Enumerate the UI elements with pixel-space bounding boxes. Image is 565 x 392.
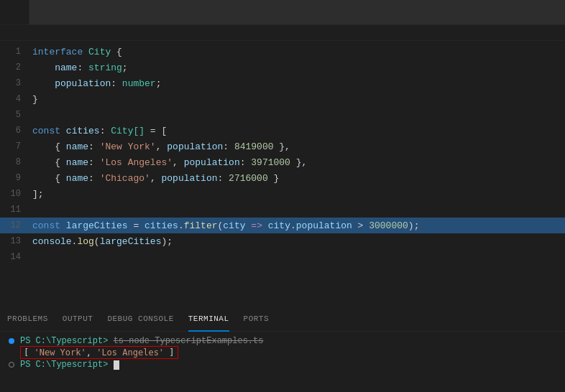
token: City <box>88 47 111 57</box>
token: population <box>167 141 223 152</box>
editor-line: 9 { name: 'Chicago', population: 2716000… <box>0 170 565 186</box>
token: : <box>111 78 122 89</box>
terminal-prompt-line: PS C:\Typescript> <box>20 360 119 370</box>
panel-tab-terminal[interactable]: TERMINAL <box>188 307 229 332</box>
token: filter <box>184 220 218 231</box>
line-number: 3 <box>0 78 32 88</box>
editor-line: 5 <box>0 107 565 123</box>
token <box>32 141 55 152</box>
line-content <box>32 252 565 263</box>
token: > <box>352 220 369 231</box>
token: { <box>55 173 66 184</box>
token: = <box>128 220 144 231</box>
editor-line: 8 { name: 'Los Angeles', population: 397… <box>0 154 565 170</box>
token: ; <box>156 78 162 89</box>
token: population <box>184 157 240 168</box>
line-content: const cities: City[] = [ <box>32 126 565 136</box>
terminal-line: PS C:\Typescript> ts-node TypescriptExam… <box>9 336 556 346</box>
line-number: 1 <box>0 47 32 57</box>
token: } <box>268 173 280 184</box>
token: 'Los Angeles' <box>100 157 173 168</box>
token: largeCities <box>66 220 128 231</box>
token: string <box>88 62 122 73</box>
editor-line: 4} <box>0 91 565 107</box>
line-number: 7 <box>0 141 32 151</box>
token: City[] <box>111 126 144 136</box>
line-number: 11 <box>0 205 32 215</box>
editor-line: 1interface City { <box>0 44 565 60</box>
token: number <box>122 78 156 89</box>
token: population <box>161 173 217 184</box>
terminal-value: 'Los Angeles' <box>96 347 164 358</box>
line-content <box>32 110 565 121</box>
token: cities <box>66 126 100 136</box>
breadcrumb <box>0 25 565 41</box>
token: => <box>251 220 262 231</box>
token <box>32 78 55 89</box>
token: , <box>156 141 167 152</box>
editor-line: 3 population: number; <box>0 75 565 91</box>
line-content: { name: 'Chicago', population: 2716000 } <box>32 173 565 184</box>
token: : <box>100 126 111 136</box>
line-content: interface City { <box>32 47 565 57</box>
terminal-output: [ 'New York', 'Los Angeles' ] <box>20 347 178 358</box>
token: name <box>66 141 88 152</box>
terminal-dot <box>9 338 14 344</box>
panel-tab-ports[interactable]: PORTS <box>244 307 270 332</box>
line-content: ]; <box>32 189 565 200</box>
token: : <box>88 141 100 152</box>
line-number: 4 <box>0 94 32 104</box>
terminal-command: PS C:\Typescript> ts-node TypescriptExam… <box>20 336 263 346</box>
token: , <box>150 173 162 184</box>
token: population <box>55 78 111 89</box>
line-number: 6 <box>0 126 32 136</box>
editor-line: 14 <box>0 249 565 265</box>
token: largeCities <box>100 236 162 247</box>
token: }, <box>274 141 290 152</box>
token: 2716000 <box>229 173 268 184</box>
token: console <box>32 236 72 247</box>
token: name <box>55 62 77 73</box>
token <box>60 126 66 136</box>
editor: 1interface City {2 name: string;3 popula… <box>0 41 565 307</box>
token: cities <box>144 220 178 231</box>
editor-line: 2 name: string; <box>0 60 565 75</box>
line-content: population: number; <box>32 78 565 89</box>
token <box>83 47 88 57</box>
token: ; <box>122 62 128 73</box>
token <box>32 62 55 73</box>
token: population <box>296 220 352 231</box>
terminal[interactable]: PS C:\Typescript> ts-node TypescriptExam… <box>0 332 565 392</box>
token <box>32 173 55 184</box>
token: : <box>88 173 100 184</box>
terminal-value: 'New York' <box>34 347 86 358</box>
panel-tab-output[interactable]: OUTPUT <box>63 307 93 332</box>
panel-tab-problems[interactable]: PROBLEMS <box>7 307 48 332</box>
token <box>262 220 268 231</box>
token: { <box>55 141 66 152</box>
token: ]; <box>32 189 44 200</box>
line-number: 8 <box>0 157 32 167</box>
line-number: 14 <box>0 252 32 262</box>
token: name <box>66 173 88 184</box>
terminal-dot-empty <box>9 362 14 368</box>
terminal-cursor <box>114 360 119 370</box>
token: : <box>77 62 88 73</box>
panel-tab-debug-console[interactable]: DEBUG CONSOLE <box>107 307 173 332</box>
line-number: 9 <box>0 173 32 183</box>
editor-line: 12const largeCities = cities.filter(city… <box>0 218 565 233</box>
editor-line: 13console.log(largeCities); <box>0 233 565 249</box>
editor-line: 10]; <box>0 186 565 202</box>
token: } <box>32 94 38 105</box>
token: 3000000 <box>369 220 408 231</box>
token: 8419000 <box>234 141 274 152</box>
token: ); <box>161 236 173 247</box>
line-content: name: string; <box>32 62 565 73</box>
line-content: const largeCities = cities.filter(city =… <box>32 220 565 231</box>
token: ( <box>94 236 100 247</box>
token: ); <box>408 220 420 231</box>
editor-line: 11 <box>0 202 565 218</box>
line-number: 10 <box>0 189 32 199</box>
tab-typescript[interactable] <box>0 0 29 24</box>
editor-line: 6const cities: City[] = [ <box>0 123 565 139</box>
